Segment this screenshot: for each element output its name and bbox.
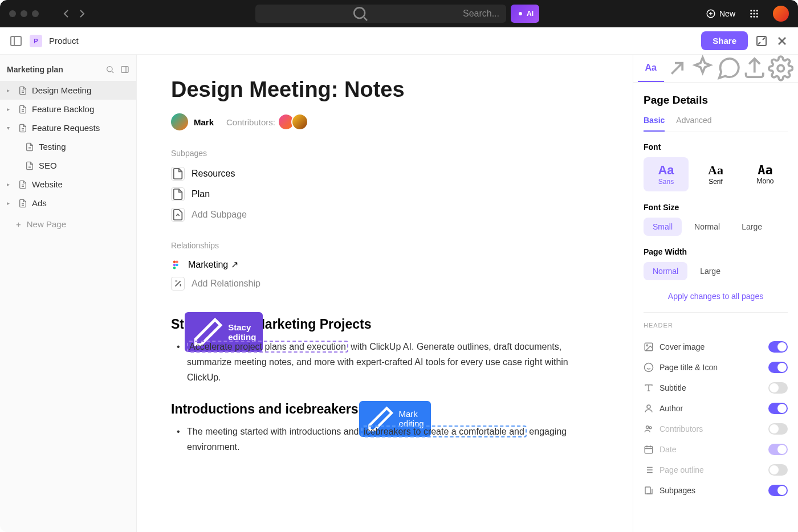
toggle-subpages: Subpages	[644, 480, 788, 501]
sidebar-item-label: SEO	[39, 161, 57, 170]
apps-grid-icon[interactable]	[749, 9, 759, 19]
toggle-page-title: Page title & Icon	[644, 357, 788, 378]
author-avatar[interactable]	[171, 113, 188, 130]
tab-comments[interactable]	[716, 55, 742, 82]
size-normal[interactable]: Normal	[685, 218, 729, 236]
sidebar-item-label: Website	[32, 179, 63, 189]
search-icon	[262, 5, 458, 23]
font-serif[interactable]: AaSerif	[693, 157, 738, 191]
sparkle-icon	[516, 7, 524, 21]
size-large[interactable]: Large	[732, 218, 771, 236]
tab-ai[interactable]	[690, 55, 716, 82]
apply-all-link[interactable]: Apply changes to all pages	[644, 292, 788, 301]
subpages-label: Subpages	[171, 149, 598, 158]
toggle-switch[interactable]	[768, 341, 788, 353]
list-icon	[644, 465, 654, 475]
doc-icon	[18, 199, 27, 208]
sidebar-item-ads[interactable]: ▸ Ads	[0, 194, 136, 212]
contributor-avatars[interactable]	[281, 113, 308, 130]
svg-point-16	[173, 260, 176, 263]
add-subpage-button[interactable]: Add Subpage	[171, 204, 598, 225]
tab-relations[interactable]	[664, 55, 690, 82]
font-sans[interactable]: AaSans	[644, 157, 689, 191]
bullet-text[interactable]: Accelerate project plans and execution w…	[182, 339, 598, 386]
width-large[interactable]: Large	[691, 262, 730, 280]
sidebar-item-label: Ads	[32, 198, 47, 208]
doc-icon	[18, 124, 27, 133]
sidebar-item-website[interactable]: ▸ Website	[0, 175, 136, 194]
tab-advanced[interactable]: Advanced	[676, 116, 711, 132]
figma-icon	[171, 260, 181, 270]
toggle-switch[interactable]	[768, 444, 788, 455]
toggle-cover-image: Cover image	[644, 337, 788, 357]
svg-rect-15	[121, 67, 128, 73]
sidebar-toggle-icon[interactable]	[9, 34, 23, 48]
toggle-subtitle: Subtitle	[644, 378, 788, 398]
subpage-resources[interactable]: Resources	[171, 163, 598, 184]
toggle-switch[interactable]	[768, 362, 788, 373]
svg-point-19	[176, 263, 178, 266]
user-icon	[644, 403, 654, 414]
add-relationship-button[interactable]: Add Relationship	[171, 273, 598, 294]
svg-rect-12	[11, 36, 21, 46]
new-button[interactable]: New	[706, 9, 735, 19]
new-page-button[interactable]: + New Page	[0, 212, 136, 236]
font-mono[interactable]: AaMono	[743, 157, 788, 191]
workspace-badge: P	[30, 35, 42, 47]
user-avatar[interactable]	[773, 6, 789, 22]
tab-settings[interactable]	[768, 55, 794, 82]
search-icon[interactable]	[105, 65, 115, 74]
toggle-switch[interactable]	[768, 485, 788, 496]
search-input[interactable]: Search...	[255, 5, 506, 23]
forward-button[interactable]	[75, 7, 89, 21]
toggle-switch[interactable]	[768, 423, 788, 435]
subpage-plan[interactable]: Plan	[171, 184, 598, 204]
sidebar-item-feature-backlog[interactable]: ▸ Feature Backlog	[0, 100, 136, 118]
close-icon[interactable]	[775, 34, 789, 48]
tab-basic[interactable]: Basic	[644, 116, 665, 132]
section-heading[interactable]: StrStreamlining Marketing Projects Stacy…	[171, 317, 598, 332]
svg-point-8	[756, 13, 758, 15]
svg-point-6	[750, 13, 752, 15]
svg-point-11	[756, 16, 758, 18]
share-button[interactable]: Share	[701, 31, 748, 50]
width-normal[interactable]: Normal	[644, 262, 687, 280]
back-button[interactable]	[59, 7, 73, 21]
tab-typography[interactable]: Aa	[638, 55, 664, 82]
bullet-text[interactable]: The meeting started with introductions a…	[182, 424, 598, 455]
sidebar-item-testing[interactable]: Testing	[0, 137, 136, 156]
sidebar-item-design-meeting[interactable]: ▸ Design Meeting	[0, 81, 136, 100]
text-icon	[644, 383, 654, 393]
size-small[interactable]: Small	[644, 218, 682, 236]
expand-icon[interactable]	[755, 34, 768, 48]
relationship-marketing[interactable]: Marketing ↗	[171, 256, 598, 273]
toggle-switch[interactable]	[768, 382, 788, 394]
tab-share[interactable]	[742, 55, 768, 82]
svg-rect-29	[645, 487, 650, 494]
highlighted-text: icebreakers to create a comfortable and	[361, 425, 527, 437]
author-row: Mark Contributors:	[171, 113, 598, 130]
sidebar-item-label: Feature Requests	[32, 123, 100, 133]
svg-point-10	[754, 16, 755, 18]
svg-point-5	[756, 10, 758, 11]
panel-icon[interactable]	[120, 65, 129, 74]
sidebar-item-seo[interactable]: SEO	[0, 156, 136, 175]
relationships-label: Relationships	[171, 241, 598, 250]
toggle-switch[interactable]	[768, 403, 788, 414]
sidebar-title: Marketing plan	[7, 65, 105, 74]
contributors-label: Contributors:	[226, 117, 275, 127]
svg-point-21	[777, 65, 784, 71]
workspace-bar: P Product Share	[0, 27, 798, 55]
toggle-contributors: Contributors	[644, 419, 788, 439]
width-label: Page Width	[644, 247, 788, 256]
page-title[interactable]: Design Meeting: Notes	[171, 77, 598, 102]
sidebar-item-feature-requests[interactable]: ▾ Feature Requests	[0, 118, 136, 137]
svg-point-7	[754, 13, 755, 15]
ai-button[interactable]: AI	[511, 5, 539, 23]
workspace-name[interactable]: Product	[49, 36, 79, 46]
toggle-switch[interactable]	[768, 464, 788, 476]
smile-icon	[644, 362, 654, 373]
window-controls[interactable]	[9, 10, 39, 17]
toggle-date: Date	[644, 439, 788, 460]
pages-icon	[644, 485, 654, 496]
